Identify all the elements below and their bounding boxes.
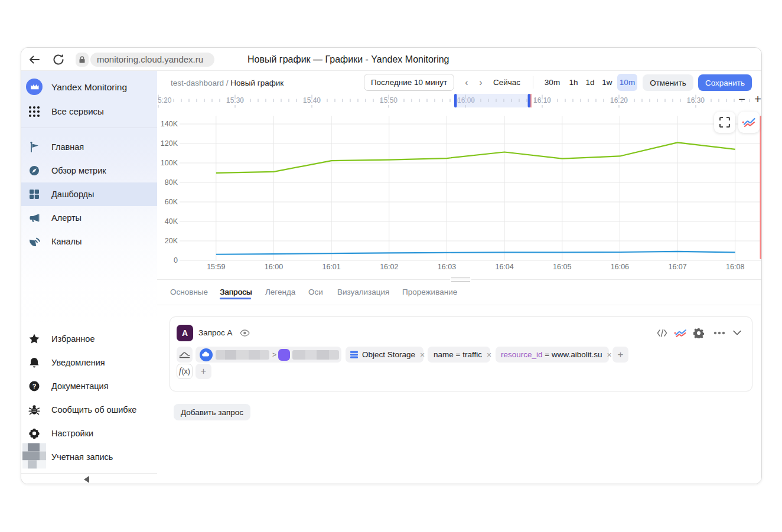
svg-text:16:03: 16:03	[438, 263, 456, 271]
svg-text:16:01: 16:01	[322, 263, 340, 271]
svg-text:120K: 120K	[161, 139, 178, 148]
svg-text:15:59: 15:59	[207, 263, 225, 271]
svg-text:16:07: 16:07	[668, 263, 686, 271]
svg-text:16:02: 16:02	[380, 263, 398, 271]
svg-text:140K: 140K	[161, 120, 178, 128]
svg-text:16:04: 16:04	[495, 263, 513, 271]
svg-text:100K: 100K	[161, 159, 178, 167]
svg-text:16:00: 16:00	[457, 96, 475, 105]
svg-text:5:20: 5:20	[158, 96, 172, 105]
svg-text:16:08: 16:08	[726, 263, 744, 271]
svg-text:20K: 20K	[165, 237, 178, 245]
svg-text:16:05: 16:05	[553, 263, 571, 271]
svg-text:80K: 80K	[165, 178, 178, 187]
svg-text:?: ?	[32, 383, 37, 390]
svg-text:+: +	[754, 93, 761, 106]
svg-text:16:00: 16:00	[265, 263, 283, 271]
svg-text:40K: 40K	[165, 217, 178, 226]
svg-text:−: −	[738, 93, 745, 106]
svg-text:16:06: 16:06	[611, 263, 629, 271]
svg-text:60K: 60K	[165, 198, 178, 206]
svg-text:0: 0	[174, 256, 178, 265]
